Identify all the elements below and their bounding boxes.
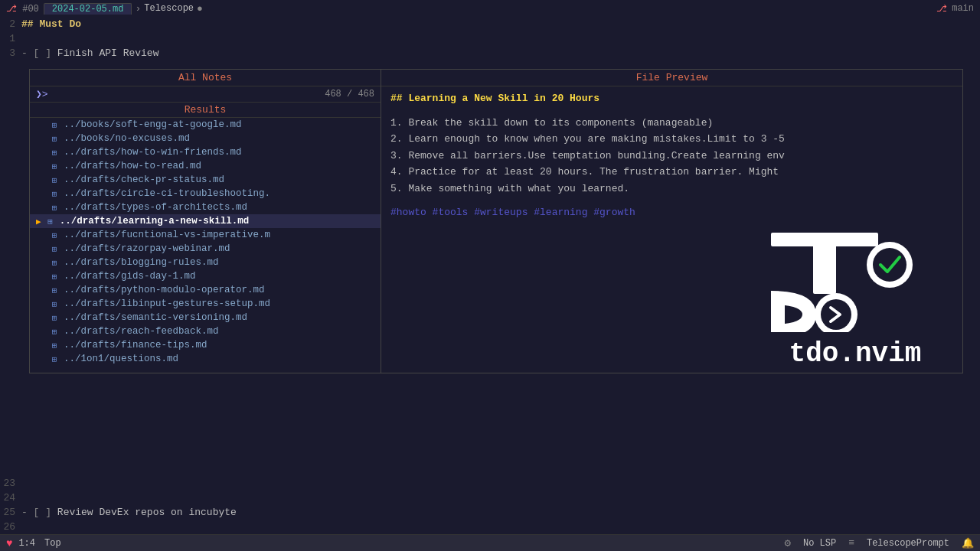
result-item[interactable]: ⊞../drafts/how-to-read.md xyxy=(30,159,381,173)
result-item[interactable]: ⊞../drafts/how-to-win-friends.md xyxy=(30,145,381,159)
result-item[interactable]: ▶⊞../drafts/learning-a-new-skill.md xyxy=(30,214,381,228)
result-path: ../drafts/types-of-architects.md xyxy=(64,202,247,213)
file-icon: ⊞ xyxy=(48,258,60,268)
heart-icon: ♥ xyxy=(6,537,12,549)
file-icon: ⊞ xyxy=(48,148,60,158)
file-icon: ⊞ xyxy=(48,203,60,213)
line-num-26: 26 xyxy=(0,521,21,533)
result-path: ../drafts/finance-tips.md xyxy=(64,340,207,350)
result-item[interactable]: ⊞../drafts/gids-day-1.md xyxy=(30,269,381,283)
result-path: ../drafts/reach-feedback.md xyxy=(64,326,219,337)
result-path: ../drafts/blogging-rules.md xyxy=(64,257,219,268)
telescope-prompt-label: TelescopePrompt xyxy=(867,538,949,549)
scroll-position: Top xyxy=(44,538,61,549)
result-item[interactable]: ⊞../drafts/libinput-gestures-setup.md xyxy=(30,297,381,311)
filename-tab[interactable]: 2024-02-05.md xyxy=(44,3,132,15)
line-num-25: 25 xyxy=(0,507,21,518)
file-icon: ⊞ xyxy=(48,285,60,295)
file-icon: ⊞ xyxy=(48,313,60,323)
result-path: ../drafts/gids-day-1.md xyxy=(64,271,196,282)
result-item[interactable]: ⊞../drafts/blogging-rules.md xyxy=(30,256,381,269)
result-item[interactable]: ⊞../drafts/reach-feedback.md xyxy=(30,324,381,338)
results-list: ⊞../books/soft-engg-at-google.md⊞../book… xyxy=(30,118,381,366)
result-item[interactable]: ⊞../1on1/questions.md xyxy=(30,352,381,366)
result-path: ../1on1/questions.md xyxy=(64,354,178,364)
file-icon: ⊞ xyxy=(48,230,60,240)
branch-name: main xyxy=(952,3,974,14)
file-icon: ⊞ xyxy=(48,272,60,282)
preview-tags: #howto #tools #writeups #learning #growt… xyxy=(390,205,953,220)
line-num-23: 23 xyxy=(0,478,21,489)
line-26: 26 xyxy=(0,520,980,534)
telescope-right-panel: File Preview ## Learning a New Skill in … xyxy=(381,69,963,373)
preview-list-item: 5. Make something with what you learned. xyxy=(390,181,953,197)
search-icon: ❯> xyxy=(36,88,48,100)
file-icon: ⊞ xyxy=(48,244,60,254)
file-icon: ⊞ xyxy=(48,299,60,309)
result-path: ../drafts/razorpay-webinar.md xyxy=(64,243,230,254)
file-icon: ⊞ xyxy=(48,341,60,350)
status-bar: ♥ 1:4 Top ⚙ No LSP ≡ TelescopePrompt 🔔 xyxy=(0,534,980,551)
tdo-logo-svg xyxy=(771,233,939,332)
git-branch-icon: ⎇ xyxy=(936,3,947,15)
result-path: ../drafts/fucntional-vs-imperative.m xyxy=(64,230,270,240)
result-path: ../drafts/how-to-win-friends.md xyxy=(64,147,242,158)
result-item[interactable]: ⊞../drafts/finance-tips.md xyxy=(30,338,381,352)
result-path: ../drafts/check-pr-status.md xyxy=(64,174,224,185)
result-item[interactable]: ⊞../drafts/razorpay-webinar.md xyxy=(30,242,381,256)
status-right: ⚙ No LSP ≡ TelescopePrompt 🔔 xyxy=(785,536,975,549)
result-path: ../drafts/how-to-read.md xyxy=(64,161,201,171)
result-arrow: ▶ xyxy=(36,217,41,227)
must-do-heading: ## Must Do xyxy=(21,18,980,30)
preview-content: ## Learning a New Skill in 20 Hours 1. B… xyxy=(381,86,962,225)
preview-list-item: 3. Remove all barriers.Use temptation bu… xyxy=(390,148,953,164)
result-path: ../books/no-excuses.md xyxy=(64,133,190,144)
gear-icon: ⚙ xyxy=(785,536,791,549)
telescope-overlay: All Notes ❯> 468 / 468 Results ⊞../books… xyxy=(29,69,963,373)
line-23: 23 xyxy=(0,476,980,491)
line-2: 2 ## Must Do xyxy=(0,17,980,31)
svg-rect-1 xyxy=(813,233,836,294)
result-item[interactable]: ⊞../books/no-excuses.md xyxy=(30,132,381,145)
search-bar[interactable]: ❯> 468 / 468 xyxy=(30,86,381,103)
tdo-text: tdo.nvim xyxy=(771,338,939,370)
telescope-label: Telescope xyxy=(144,3,194,14)
telescope-prompt-icon: ≡ xyxy=(848,537,854,549)
svg-point-6 xyxy=(821,299,851,330)
git-icon: ⎇ xyxy=(6,4,17,15)
logo-area: tdo.nvim xyxy=(381,233,962,370)
preview-list-item: 4. Practice for at least 20 hours. The f… xyxy=(390,165,953,180)
svg-point-3 xyxy=(873,248,906,282)
lsp-status: No LSP xyxy=(803,538,836,549)
result-path: ../drafts/libinput-gestures-setup.md xyxy=(64,298,270,309)
result-item[interactable]: ⊞../drafts/types-of-architects.md xyxy=(30,201,381,214)
preview-list: 1. Break the skill down to its component… xyxy=(390,116,953,197)
cursor-position: 1:4 xyxy=(18,538,35,549)
result-item[interactable]: ⊞../drafts/python-modulo-operator.md xyxy=(30,283,381,297)
line-1: 1 xyxy=(0,31,980,46)
result-item[interactable]: ⊞../books/soft-engg-at-google.md xyxy=(30,118,381,132)
tdo-logo: tdo.nvim xyxy=(771,233,939,370)
file-icon: ⊞ xyxy=(48,327,60,337)
result-item[interactable]: ⊞../drafts/circle-ci-troubleshooting. xyxy=(30,187,381,201)
results-title: Results xyxy=(30,103,381,118)
preview-list-item: 1. Break the skill down to its component… xyxy=(390,116,953,131)
modified-dot: ● xyxy=(197,3,203,15)
result-path: ../drafts/circle-ci-troubleshooting. xyxy=(64,188,270,199)
top-bar: ⎇ #00 2024-02-05.md › Telescope ● ⎇ main xyxy=(0,0,980,17)
task-line: - [ ] - [ ] Finish API ReviewFinish API … xyxy=(21,47,980,59)
separator: › xyxy=(135,3,141,15)
editor-area: 2 ## Must Do 1 3 - [ ] - [ ] Finish API … xyxy=(0,17,980,60)
file-icon: ⊞ xyxy=(48,189,60,199)
bottom-lines: 23 24 25 - [ ] Review DevEx repos on inc… xyxy=(0,476,980,534)
tab-indicator: ⎇ #00 xyxy=(6,3,39,15)
result-item[interactable]: ⊞../drafts/semantic-versioning.md xyxy=(30,311,381,324)
result-item[interactable]: ⊞../drafts/check-pr-status.md xyxy=(30,173,381,187)
line-24: 24 xyxy=(0,491,980,505)
review-task: - [ ] Review DevEx repos on incubyte xyxy=(21,507,980,518)
line-num-3: 3 xyxy=(0,47,21,59)
result-path: ../drafts/python-modulo-operator.md xyxy=(64,285,265,295)
result-item[interactable]: ⊞../drafts/fucntional-vs-imperative.m xyxy=(30,228,381,242)
result-path: ../drafts/learning-a-new-skill.md xyxy=(60,216,250,227)
preview-heading: ## Learning a New Skill in 20 Hours xyxy=(390,91,953,106)
